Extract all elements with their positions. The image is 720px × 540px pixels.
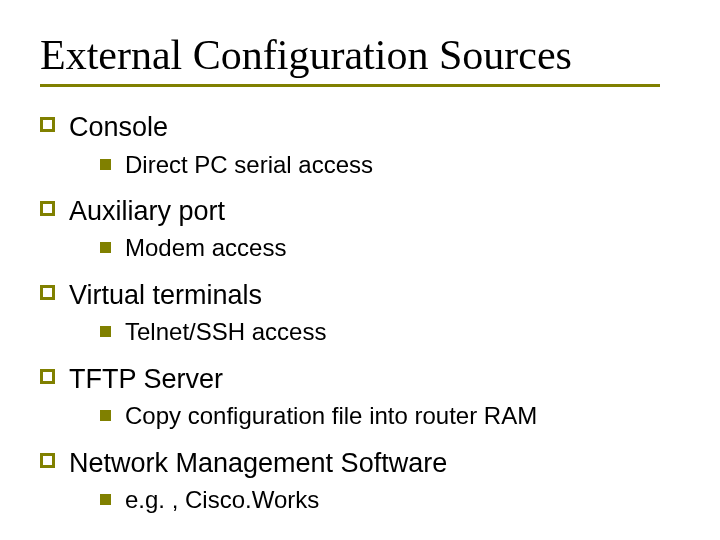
hollow-square-icon (40, 453, 55, 468)
list-item: Virtual terminals (40, 277, 680, 313)
slide-title: External Configuration Sources (40, 32, 680, 78)
list-item-label: Auxiliary port (69, 193, 225, 229)
sub-list-item: Direct PC serial access (100, 149, 680, 181)
list-item: Console (40, 109, 680, 145)
solid-square-icon (100, 159, 111, 170)
solid-square-icon (100, 326, 111, 337)
bullet-list: Console Direct PC serial access Auxiliar… (40, 109, 680, 516)
list-item: Network Management Software (40, 445, 680, 481)
hollow-square-icon (40, 201, 55, 216)
hollow-square-icon (40, 285, 55, 300)
sub-list-item-label: Copy configuration file into router RAM (125, 400, 537, 432)
list-item: TFTP Server (40, 361, 680, 397)
sub-list-item: Copy configuration file into router RAM (100, 400, 680, 432)
sub-list-item: Telnet/SSH access (100, 316, 680, 348)
list-item-label: TFTP Server (69, 361, 223, 397)
hollow-square-icon (40, 117, 55, 132)
slide: External Configuration Sources Console D… (0, 0, 720, 540)
solid-square-icon (100, 242, 111, 253)
solid-square-icon (100, 410, 111, 421)
list-item-label: Network Management Software (69, 445, 447, 481)
sub-list-item-label: e.g. , Cisco.Works (125, 484, 319, 516)
list-item: Auxiliary port (40, 193, 680, 229)
list-item-label: Virtual terminals (69, 277, 262, 313)
sub-list-item-label: Modem access (125, 232, 286, 264)
sub-list-item-label: Direct PC serial access (125, 149, 373, 181)
hollow-square-icon (40, 369, 55, 384)
sub-list-item: Modem access (100, 232, 680, 264)
title-underline (40, 84, 660, 87)
sub-list-item-label: Telnet/SSH access (125, 316, 326, 348)
sub-list-item: e.g. , Cisco.Works (100, 484, 680, 516)
solid-square-icon (100, 494, 111, 505)
list-item-label: Console (69, 109, 168, 145)
